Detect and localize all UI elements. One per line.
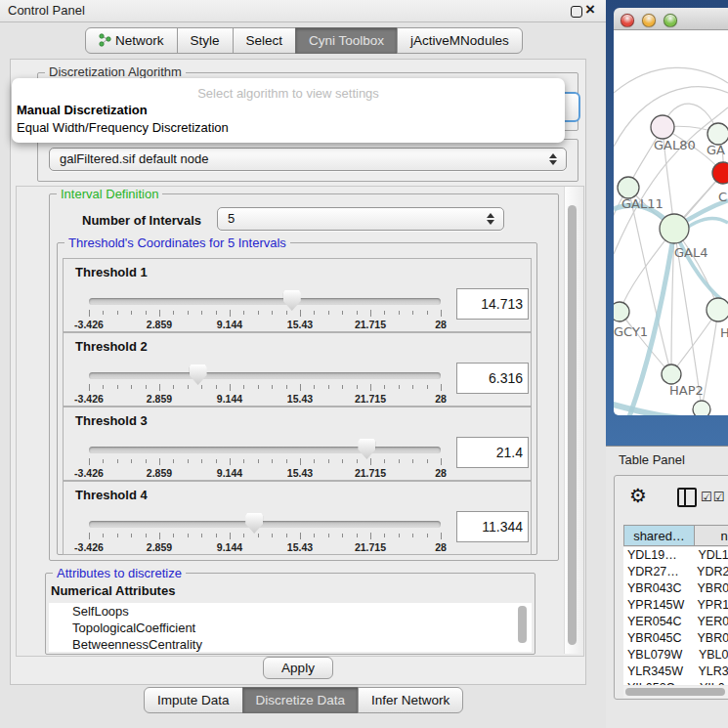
threshold-1-slider-track[interactable] (89, 298, 441, 305)
tick-marks (89, 458, 441, 467)
threshold-2-value-field[interactable] (456, 363, 529, 394)
panel-scrollbar-thumb[interactable] (568, 205, 577, 645)
attribute-list-item[interactable]: TopologicalCoefficient (49, 620, 532, 636)
num-intervals-combobox[interactable]: 5 (217, 207, 504, 231)
tab-jactivemnodules[interactable]: jActiveMNodules (397, 27, 523, 54)
tab-impute-data[interactable]: Impute Data (144, 687, 243, 713)
cell-name[interactable]: YLR3 (693, 664, 728, 680)
threshold-4-value-field[interactable] (456, 511, 529, 542)
tab-style[interactable]: Style (177, 27, 234, 54)
cell-name[interactable]: YBL0 (694, 647, 728, 664)
tick-marks (89, 533, 441, 541)
attribute-list-item[interactable]: BetweennessCentrality (49, 636, 532, 652)
threshold-2-slider-track[interactable] (89, 372, 441, 379)
node-label: GAL11 (621, 196, 664, 211)
algorithm-dropdown-popup: Select algorithm to view settings Manual… (12, 78, 565, 143)
cell-shared-name[interactable]: YLR345W (623, 664, 693, 680)
threshold-4-slider-thumb[interactable] (245, 513, 263, 534)
cell-name[interactable]: YDR2 (692, 564, 728, 580)
table-row[interactable]: YPR145WYPR1 (623, 597, 728, 614)
top-tab-bar: Network Style Select Cyni Toolbox jActiv… (86, 27, 523, 54)
cell-name[interactable]: YER0 (693, 614, 728, 630)
tab-network[interactable]: Network (85, 27, 178, 54)
network-view-canvas[interactable]: GAL80GACGAL11GAL4GCY1HHAP2 (614, 30, 728, 415)
cell-shared-name[interactable]: YIL052C (623, 680, 695, 685)
threshold-1-slider-thumb[interactable] (283, 290, 301, 311)
tab-select-label: Select (246, 33, 283, 48)
threshold-1-value-field[interactable] (456, 288, 529, 320)
node-label: HAP2 (669, 383, 704, 398)
dropdown-option-manual-discretization[interactable]: Manual Discretization (12, 102, 570, 118)
cell-name[interactable]: YBR0 (693, 580, 728, 597)
network-node[interactable] (660, 214, 689, 243)
control-panel-window: Control Panel × Network Style Select Cyn… (0, 0, 606, 728)
node-label: H (720, 325, 728, 340)
gear-icon[interactable]: ⚙ (629, 484, 647, 507)
threshold-3-slider-thumb[interactable] (358, 439, 375, 459)
column-header-shared-name[interactable]: shared… (623, 525, 695, 546)
cell-shared-name[interactable]: YPR145W (623, 597, 693, 614)
tab-infer-network[interactable]: Infer Network (358, 687, 463, 713)
apply-button[interactable]: Apply (263, 657, 333, 679)
combo-arrows-icon (487, 212, 494, 226)
threshold-1-label: Threshold 1 (75, 265, 148, 279)
threshold-3-value-field[interactable] (456, 437, 529, 468)
threshold-3-label: Threshold 3 (75, 413, 148, 428)
dropdown-prompt: Select algorithm to view settings (12, 86, 565, 101)
list-scrollbar-thumb[interactable] (518, 606, 527, 643)
numerical-attributes-list: SelfLoopsTopologicalCoefficientBetweenne… (49, 603, 532, 652)
cell-shared-name[interactable]: YBL079W (623, 647, 694, 664)
network-node[interactable] (618, 177, 639, 198)
table-row[interactable]: YDL19…YDL1 (623, 547, 728, 564)
threshold-2-slider-thumb[interactable] (190, 364, 207, 385)
cell-name[interactable]: YPR1 (693, 597, 728, 614)
table-data-combobox[interactable]: galFiltered.sif default node (49, 148, 567, 171)
float-window-icon[interactable] (571, 6, 582, 18)
cell-name[interactable]: YIL0 (695, 680, 725, 685)
column-header-name[interactable]: n (694, 525, 728, 546)
table-row[interactable]: YDR27…YDR2 (623, 564, 728, 580)
threshold-4-slider-track[interactable] (89, 521, 441, 528)
table-row[interactable]: YBR043CYBR0 (623, 580, 728, 597)
window-zoom-button[interactable] (664, 14, 677, 27)
close-icon[interactable]: × (585, 0, 595, 20)
cell-shared-name[interactable]: YBR043C (623, 580, 693, 597)
node-label: GAL4 (674, 245, 707, 260)
network-node[interactable] (614, 302, 629, 321)
cell-shared-name[interactable]: YBR045C (623, 630, 693, 647)
network-node[interactable] (707, 123, 728, 145)
tab-impute-data-label: Impute Data (157, 693, 230, 707)
table-row[interactable]: YBR045CYBR0 (623, 630, 728, 647)
tab-select[interactable]: Select (233, 27, 297, 54)
table-data-value: galFiltered.sif default node (60, 151, 208, 166)
network-window-titlebar[interactable] (614, 8, 728, 30)
table-row[interactable]: YER054CYER0 (623, 614, 728, 630)
cell-name[interactable]: YDL1 (693, 547, 728, 564)
network-node[interactable] (712, 162, 728, 184)
select-columns-checkboxes-icon[interactable]: ☑☑ (701, 490, 725, 504)
attribute-list-item[interactable]: SelfLoops (49, 603, 532, 620)
cell-name[interactable]: YBR0 (693, 630, 728, 647)
network-graph: GAL80GACGAL11GAL4GCY1HHAP2 (614, 30, 728, 415)
network-node[interactable] (693, 401, 710, 415)
table-row[interactable]: YBL079WYBL0 (623, 647, 728, 664)
cell-shared-name[interactable]: YDR27… (623, 564, 692, 580)
network-node[interactable] (662, 364, 681, 384)
tab-discretize-data[interactable]: Discretize Data (242, 687, 360, 713)
dropdown-option-equal-width[interactable]: Equal Width/Frequency Discretization (12, 119, 570, 136)
threshold-3-slider-track[interactable] (89, 447, 441, 453)
table-row[interactable]: YIL052CYIL0 (623, 680, 728, 685)
window-minimize-button[interactable] (642, 14, 656, 27)
window-close-button[interactable] (621, 14, 634, 27)
tab-network-label: Network (115, 33, 164, 48)
cell-shared-name[interactable]: YER054C (623, 614, 693, 630)
threshold-1-box: Threshold 1 -3.4262.8599.14415.4321.7152… (63, 258, 532, 332)
tick-marks (89, 310, 441, 319)
split-columns-icon[interactable] (677, 488, 697, 507)
table-hscrollbar-thumb[interactable] (625, 688, 725, 696)
cell-shared-name[interactable]: YDL19… (623, 547, 693, 564)
tab-cyni-toolbox[interactable]: Cyni Toolbox (295, 27, 398, 54)
network-node[interactable] (707, 298, 728, 321)
table-row[interactable]: YLR345WYLR3 (623, 664, 728, 680)
network-node[interactable] (651, 115, 674, 139)
